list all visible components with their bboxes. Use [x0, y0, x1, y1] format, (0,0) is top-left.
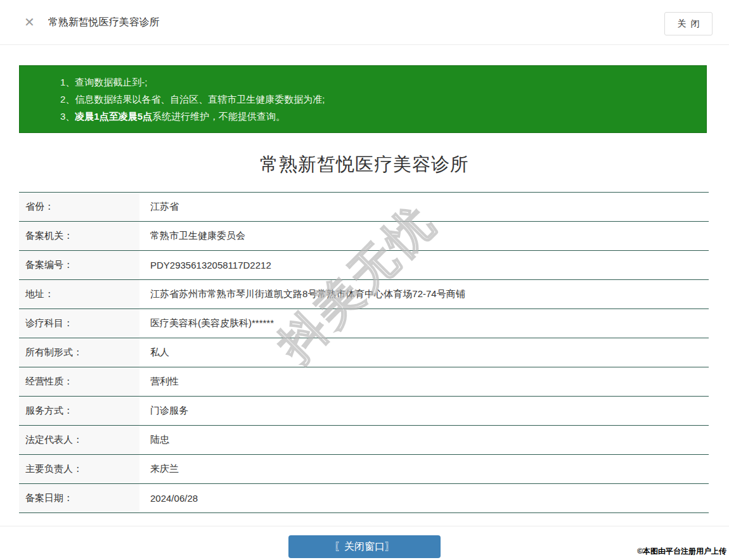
popup-window: ✕ 常熟新皙悦医疗美容诊所 关闭 1、查询数据截止到-; 2、信息数据结果以各省…	[0, 0, 729, 560]
row-value: 私人	[139, 338, 709, 367]
table-row-legal-representative: 法定代表人： 陆忠	[19, 426, 709, 455]
header-bar: ✕ 常熟新皙悦医疗美容诊所 关闭	[0, 0, 729, 45]
row-value: 常熟市卫生健康委员会	[139, 222, 709, 250]
row-label: 经营性质：	[19, 367, 139, 396]
row-label: 省份：	[19, 193, 139, 221]
close-window-button[interactable]: 〖关闭窗口〗	[288, 535, 441, 558]
row-value: 医疗美容科(美容皮肤科)******	[139, 309, 709, 338]
footer-divider	[0, 526, 729, 526]
table-row-clinical-subjects: 诊疗科目： 医疗美容科(美容皮肤科)******	[19, 309, 709, 338]
table-row-registration-date: 备案日期： 2024/06/28	[19, 484, 709, 513]
row-label: 诊疗科目：	[19, 309, 139, 338]
copyright-notice: ©本图由平台注册用户上传	[637, 546, 726, 557]
row-label: 备案机关：	[19, 222, 139, 250]
table-row-province: 省份： 江苏省	[19, 193, 709, 222]
table-row-registration-number: 备案编号： PDY29356132058117D2212	[19, 251, 709, 280]
notice-line-3-prefix: 3、	[60, 111, 75, 122]
button-row: 〖关闭窗口〗	[0, 535, 729, 558]
notice-line-3: 3、凌晨1点至凌晨5点系统进行维护，不能提供查询。	[60, 108, 694, 125]
close-button[interactable]: 关闭	[664, 12, 713, 35]
row-label: 法定代表人：	[19, 426, 139, 454]
notice-line-2: 2、信息数据结果以各省、自治区、直辖市卫生健康委数据为准;	[60, 91, 694, 108]
row-value: 2024/06/28	[139, 484, 709, 512]
table-row-address: 地址： 江苏省苏州市常熟市琴川街道凯文路8号常熟市体育中心体育场72-74号商铺	[19, 280, 709, 309]
table-row-business-nature: 经营性质： 营利性	[19, 367, 709, 397]
row-label: 地址：	[19, 280, 139, 309]
notice-line-3-bold: 凌晨1点至凌晨5点	[75, 111, 152, 122]
row-value: 江苏省苏州市常熟市琴川街道凯文路8号常熟市体育中心体育场72-74号商铺	[139, 280, 709, 309]
row-value: 陆忠	[139, 426, 709, 454]
row-label: 备案编号：	[19, 251, 139, 279]
notice-line-1: 1、查询数据截止到-;	[60, 73, 694, 91]
window-title: 常熟新皙悦医疗美容诊所	[48, 16, 160, 29]
row-value: 江苏省	[139, 193, 709, 221]
page-title: 常熟新皙悦医疗美容诊所	[0, 152, 729, 177]
row-value: 门诊服务	[139, 397, 709, 425]
row-value: 营利性	[139, 367, 709, 396]
row-value: 来庆兰	[139, 455, 709, 483]
notice-line-3-rest: 系统进行维护，不能提供查询。	[152, 111, 285, 122]
table-row-registration-authority: 备案机关： 常熟市卫生健康委员会	[19, 222, 709, 251]
row-label: 所有制形式：	[19, 338, 139, 367]
close-x-icon[interactable]: ✕	[24, 16, 35, 29]
table-row-ownership-form: 所有制形式： 私人	[19, 338, 709, 367]
row-label: 服务方式：	[19, 397, 139, 425]
table-row-principal: 主要负责人： 来庆兰	[19, 455, 709, 484]
notice-box: 1、查询数据截止到-; 2、信息数据结果以各省、自治区、直辖市卫生健康委数据为准…	[19, 65, 707, 133]
row-label: 主要负责人：	[19, 455, 139, 483]
row-value: PDY29356132058117D2212	[139, 251, 709, 279]
record-table: 省份： 江苏省 备案机关： 常熟市卫生健康委员会 备案编号： PDY293561…	[19, 192, 709, 513]
row-label: 备案日期：	[19, 484, 139, 512]
table-row-service-mode: 服务方式： 门诊服务	[19, 397, 709, 426]
